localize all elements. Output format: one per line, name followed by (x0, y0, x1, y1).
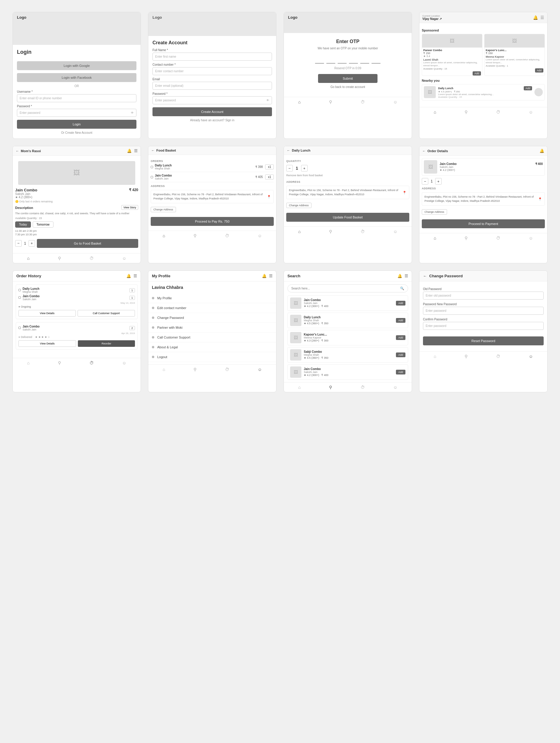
nav-search-icon[interactable]: ⚲ (329, 229, 332, 234)
reorder-button-2[interactable]: Reorder (78, 340, 135, 347)
nav-profile-icon[interactable]: ☺ (393, 229, 397, 234)
today-button[interactable]: Today (15, 221, 31, 228)
search-input-box[interactable]: 🔍 (288, 285, 408, 293)
od-change-address-button[interactable]: Change Address (422, 209, 447, 215)
nav-history-icon[interactable]: ⏱ (496, 110, 500, 115)
old-password-input[interactable]: Enter old password (423, 292, 544, 300)
login-button[interactable]: Login (17, 120, 136, 129)
qty-plus-button[interactable]: + (29, 240, 35, 247)
nav-history-icon[interactable]: ⏱ (360, 385, 365, 390)
bell-icon[interactable]: 🔔 (126, 274, 131, 278)
nav-search-icon[interactable]: ⚲ (329, 99, 332, 104)
nav-search-icon[interactable]: ⚲ (329, 385, 332, 390)
profile-menu-item-2[interactable]: Edit contact number (148, 303, 276, 313)
menu-icon[interactable]: ☰ (269, 274, 272, 278)
nav-home-icon[interactable]: ⌂ (298, 99, 301, 104)
back-arrow-icon[interactable]: ← (16, 149, 19, 153)
sponsored-item-1[interactable]: 🖼 Paneer Combo ₹ 150 ★ 3.4 Laxmi Shah Lo… (422, 34, 482, 76)
profile-menu-item-3[interactable]: Change Password (148, 313, 276, 323)
back-arrow-icon[interactable]: ← (287, 148, 290, 152)
menu-icon[interactable]: ☰ (404, 274, 408, 278)
location-value[interactable]: Vijay Nagar ↗ (422, 17, 442, 20)
view-story-button[interactable]: View Story (121, 205, 138, 210)
change-address-button[interactable]: Change Address (151, 207, 176, 212)
username-input[interactable]: Enter email ID or phone number (17, 94, 136, 102)
sponsored-add-btn-2[interactable]: Add (535, 69, 543, 73)
nav-home-icon[interactable]: ⌂ (298, 385, 301, 390)
fullname-input[interactable]: Enter first name (153, 53, 272, 60)
nav-home-icon[interactable]: ⌂ (298, 229, 301, 234)
nav-search-icon[interactable]: ⚲ (465, 354, 468, 359)
facebook-login-button[interactable]: Login with Facebook (17, 73, 136, 82)
go-to-basket-button[interactable]: Go to Food Basket (37, 239, 138, 248)
otp-digit-2[interactable] (327, 55, 335, 63)
nav-history-icon[interactable]: ⏱ (89, 360, 94, 365)
bell-icon[interactable]: 🔔 (262, 274, 267, 278)
bell-icon[interactable]: 🔔 (127, 148, 132, 153)
nav-history-icon[interactable]: ⏱ (496, 354, 500, 359)
nav-search-icon[interactable]: ⚲ (193, 367, 197, 372)
back-to-create-link[interactable]: Go back to create account (288, 85, 407, 89)
nav-search-icon[interactable]: ⚲ (465, 236, 468, 241)
tomorrow-button[interactable]: Tomorrow (33, 221, 53, 228)
sr-add-btn-4[interactable]: Add (396, 352, 405, 357)
qty-plus-button[interactable]: + (301, 165, 308, 172)
nav-history-icon[interactable]: ⏱ (496, 236, 500, 241)
view-details-button-2[interactable]: View Details (18, 340, 76, 347)
submit-otp-button[interactable]: Submit (318, 74, 378, 83)
nearby-add-btn-1[interactable]: Add (524, 86, 532, 90)
proceed-to-pay-button[interactable]: Proceed to Pay Rs. 750 (151, 217, 274, 226)
sr-add-btn-1[interactable]: Add (396, 301, 405, 306)
nav-home-icon[interactable]: ⌂ (434, 236, 436, 241)
signin-link[interactable]: Already have an account? Sign in (153, 119, 272, 122)
bell-icon[interactable]: 🔔 (540, 148, 544, 153)
basket-item-1[interactable]: Daily Lunch Megha Shah ₹ 398 x1 (151, 164, 274, 172)
nav-profile-icon[interactable]: ☺ (529, 236, 533, 241)
nav-home-icon[interactable]: ⌂ (163, 367, 165, 372)
menu-icon[interactable]: ☰ (133, 274, 137, 278)
create-account-button[interactable]: Create Account (153, 107, 272, 116)
confirm-password-input[interactable]: Enter password (423, 322, 544, 330)
google-login-button[interactable]: Login with Google (17, 61, 136, 70)
od-qty-plus[interactable]: + (435, 178, 442, 184)
otp-digit-3[interactable] (338, 55, 347, 63)
qty-minus-button[interactable]: − (286, 165, 293, 172)
contact-input[interactable]: Enter contact number (153, 67, 272, 75)
ca-password-input[interactable]: Enter password 👁 (153, 96, 272, 104)
back-arrow-icon[interactable]: ← (151, 148, 155, 152)
nav-profile-icon[interactable]: ☺ (393, 99, 397, 104)
nav-home-icon[interactable]: ⌂ (27, 256, 30, 261)
nav-search-icon[interactable]: ⚲ (58, 360, 61, 365)
nav-history-icon[interactable]: ⏱ (360, 229, 365, 234)
nav-history-icon[interactable]: ⏱ (360, 99, 365, 104)
nearby-item-1[interactable]: 🖼 Daily Lunch Add ★ 4.5 (300+) ₹ 350 Lor… (422, 84, 545, 100)
create-account-link[interactable]: Or Create New Account (17, 131, 136, 134)
sr-add-btn-3[interactable]: Add (396, 335, 405, 340)
nav-profile-icon[interactable]: ☺ (258, 233, 262, 238)
profile-menu-item-7[interactable]: Logout (148, 352, 276, 362)
otp-digit-1[interactable] (315, 55, 324, 63)
profile-menu-item-5[interactable]: Call Customer Support (148, 333, 276, 342)
qty-change-address-button[interactable]: Change Address (286, 203, 311, 208)
profile-menu-item-4[interactable]: Partner with Moki (148, 323, 276, 333)
otp-digit-6[interactable] (372, 55, 381, 63)
search-result-5[interactable]: 🖼 Jain Combo Sakshi Jain ★ 4.2 (300+) ₹ … (288, 364, 408, 380)
menu-icon[interactable]: ☰ (541, 15, 544, 20)
qty-minus-button[interactable]: − (15, 240, 22, 247)
update-basket-button[interactable]: Update Food Basket (286, 213, 409, 222)
otp-digit-5[interactable] (360, 55, 369, 63)
nav-history-icon[interactable]: ⏱ (89, 256, 94, 261)
nav-profile-icon[interactable]: ☺ (529, 110, 533, 115)
nav-search-icon[interactable]: ⚲ (58, 256, 61, 261)
profile-menu-item-1[interactable]: My Profile (148, 293, 276, 303)
reset-password-button[interactable]: Reset Password (423, 337, 544, 345)
back-arrow-icon[interactable]: ← (423, 274, 427, 278)
search-result-4[interactable]: 🖼 Sabji Combo Megha Shah ★ 4.5 (360+) ₹ … (288, 347, 408, 362)
nav-home-icon[interactable]: ⌂ (163, 233, 165, 238)
call-support-button-1[interactable]: Call Customer Support (78, 310, 135, 316)
password-input[interactable]: Enter password 👁 (17, 109, 136, 117)
search-result-1[interactable]: 🖼 Jain Combo Sakshi Jain ★ 4.2 (300+) ₹ … (288, 295, 408, 311)
sr-add-btn-2[interactable]: Add (396, 318, 405, 323)
nav-search-icon[interactable]: ⚲ (193, 233, 197, 238)
nav-profile-icon[interactable]: ☺ (122, 360, 126, 365)
